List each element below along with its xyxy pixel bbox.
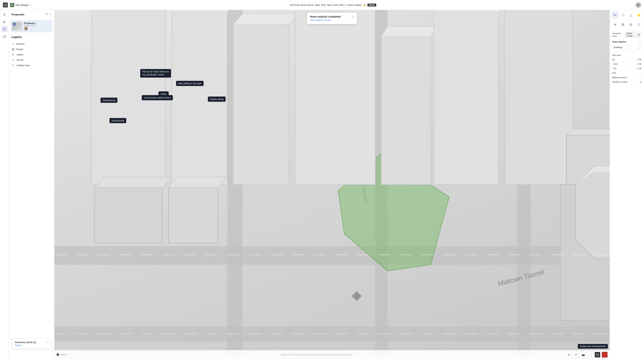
metric-far: FAR - xyxy=(612,71,642,75)
alert-header: Geometry alerts (1) × xyxy=(15,341,49,344)
svg-marker-21 xyxy=(434,12,498,185)
expand-button[interactable]: ⛶ xyxy=(588,352,593,358)
area-metrics-header: Area metrics ⋮ xyxy=(612,40,642,43)
svg-marker-13 xyxy=(172,12,227,185)
alert-review-link[interactable]: Review xyxy=(15,344,49,347)
roads-layer-icon: ▦ xyxy=(12,47,15,51)
metric-ra[interactable]: › RA - 0 ft² xyxy=(612,66,642,71)
metric-bc: BC - 0 ft² xyxy=(612,57,642,62)
rail-analysis-icon[interactable]: 📊 xyxy=(1,33,8,39)
toast-close-button[interactable]: × xyxy=(352,15,354,18)
star-tool-button[interactable]: ⭐ xyxy=(635,11,642,18)
topbar-left: ⬡ 🏛 Site design ▾ xyxy=(3,2,31,7)
analysis-area-label: Analysis area xyxy=(612,32,625,37)
pencil-tool-button[interactable]: ✏ xyxy=(612,11,619,18)
app-logo[interactable]: ⬡ xyxy=(3,2,8,7)
terrain-layer-icon: ⬡ xyxy=(12,58,15,61)
analysis-area-row: Analysis area Entire model ⊞ xyxy=(612,31,642,38)
layer-item-terrain[interactable]: ⬡ Terrain ✏ xyxy=(12,57,51,62)
svg-marker-11 xyxy=(92,10,166,185)
topbar-right: 👤 xyxy=(636,2,641,8)
tool-row-2: ≋ ⊞ ◎ ⬡ xyxy=(611,21,642,28)
efficiency-factor-label: Efficiency factor xyxy=(612,76,627,79)
layer-item-roads[interactable]: ▦ Roads xyxy=(12,46,51,52)
alert-title: Geometry alerts (1) xyxy=(15,341,36,344)
metric-efficiency-factor: Efficiency factor - xyxy=(612,75,642,80)
address-text: 405 East 42nd Street, New York, New York… xyxy=(290,3,362,6)
terrain-edit-icon[interactable]: ✏ xyxy=(49,59,51,61)
proposal-name: Proposal 1 xyxy=(24,22,36,24)
wave-tool-button[interactable]: ≋ xyxy=(612,21,619,28)
layer-item-labels[interactable]: ⊡ Labels xyxy=(12,52,51,57)
gfa-left: › GFA xyxy=(612,63,618,65)
layers-section: Layers ↗ Generic ▦ Roads ⊡ Labels ⬡ Terr… xyxy=(8,32,54,69)
map-bottom-bar: ⬛ mapbox © Mapbox © OpenStreetMap Improv… xyxy=(54,350,610,359)
proposal-info: Proposal 1 Today, 14:46 👤 xyxy=(24,22,36,30)
project-name[interactable]: 🏛 Site design ▾ xyxy=(10,3,31,7)
layer-left-untitled: A Untitled base xyxy=(12,64,30,67)
svg-marker-15 xyxy=(233,24,289,185)
user-avatar[interactable]: 👤 xyxy=(636,2,641,8)
project-name-label: Site design xyxy=(16,3,28,6)
geometry-alerts-panel: Geometry alerts (1) × Review xyxy=(12,338,52,349)
untitled-layer-icon: A xyxy=(12,64,15,67)
svg-marker-14 xyxy=(172,10,236,12)
gfa-label: GFA xyxy=(614,63,618,65)
compass-button[interactable]: ↑ xyxy=(602,352,608,358)
analysis-area-value[interactable]: Entire model ⊞ xyxy=(625,31,642,38)
layer-left-labels: ⊡ Labels xyxy=(12,53,23,56)
layer-left-terrain: ⬡ Terrain xyxy=(12,58,24,61)
svg-marker-36 xyxy=(352,291,362,301)
filter-icon[interactable]: ⚙ xyxy=(46,12,48,16)
analysis-area-more-icon: ⊞ xyxy=(638,33,640,36)
proposal-user-avatar: 👤 xyxy=(24,27,28,30)
site-area-label: Site area xyxy=(612,54,621,56)
untitled-edit-icon[interactable]: ✏ xyxy=(49,64,51,67)
noise-analysis-toast: Noise analysis completed See analysis re… xyxy=(307,12,357,24)
far-label: FAR xyxy=(612,72,616,74)
guides-tooltip: Guides and measurements xyxy=(578,344,608,349)
cursor-tool-button[interactable]: ⬡ xyxy=(620,11,627,18)
buildings-select[interactable]: Buildings xyxy=(612,45,642,50)
proposal-time: Today, 14:46 xyxy=(24,24,36,27)
svg-marker-23 xyxy=(505,10,572,185)
camera-button[interactable]: 📷 xyxy=(580,352,586,358)
rail-settings-icon[interactable]: ⚙ xyxy=(1,26,8,32)
alert-close-button[interactable]: × xyxy=(47,341,49,344)
layer-item-generic[interactable]: ↗ Generic xyxy=(12,41,51,46)
area-metrics-more-icon[interactable]: ⋮ xyxy=(639,40,642,43)
svg-marker-19 xyxy=(382,36,431,185)
proposal-badge: A xyxy=(13,23,16,25)
rail-layers-icon[interactable]: ⊞ xyxy=(1,18,8,25)
add-proposal-icon[interactable]: + xyxy=(49,12,51,16)
panel-title: Proposals xyxy=(12,13,24,16)
grid-view-button[interactable]: ⊞ xyxy=(566,352,572,358)
toast-link[interactable]: See analysis results xyxy=(310,19,340,21)
layer-item-untitled[interactable]: A Untitled base ⇄ ✏ xyxy=(12,62,51,68)
svg-marker-25 xyxy=(94,188,162,243)
panel-header-icons: ⚙ + xyxy=(46,12,51,16)
site-area-value: - xyxy=(641,54,642,56)
bc-label: BC xyxy=(612,58,615,61)
map-area[interactable]: Midtown Tunnel E 41st St Field of light … xyxy=(54,10,610,359)
2d-mode-button[interactable]: 2D xyxy=(595,352,600,358)
gfa-value: - 0 ft² xyxy=(636,63,642,65)
untitled-move-icon[interactable]: ⇄ xyxy=(46,64,48,67)
hex-tool-button[interactable]: ⬡ xyxy=(635,21,642,28)
ra-label: RA xyxy=(614,67,616,70)
topbar: ⬡ 🏛 Site design ▾ 405 East 42nd Street, … xyxy=(0,0,644,10)
metric-gfa[interactable]: › GFA - 0 ft² xyxy=(612,62,642,66)
shape-tool-button[interactable]: △ xyxy=(627,11,634,18)
labels-layer-name: Labels xyxy=(16,53,23,56)
roads-layer-name: Roads xyxy=(16,48,23,51)
mapbox-logo: ⬛ mapbox xyxy=(56,354,66,356)
bc-value: - 0 ft² xyxy=(636,58,642,61)
ra-left: › RA xyxy=(612,67,616,70)
grid-tool-button[interactable]: ⊞ xyxy=(620,21,627,28)
svg-marker-28 xyxy=(168,177,226,188)
eye-button[interactable]: 👁 xyxy=(573,352,579,358)
rail-proposals-icon[interactable]: ☰ xyxy=(1,11,8,18)
circle-tool-button[interactable]: ◎ xyxy=(627,21,634,28)
layer-left-roads: ▦ Roads xyxy=(12,47,23,51)
proposal-card[interactable]: A Proposal 1 Today, 14:46 👤 xyxy=(10,20,52,32)
